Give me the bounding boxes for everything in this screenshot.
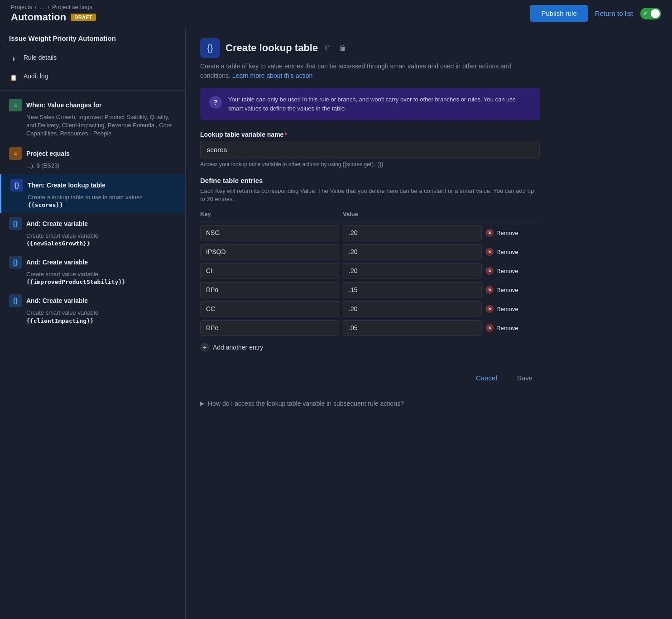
action-row: Cancel Save [200,370,540,385]
key-input-0[interactable] [200,225,339,240]
workflow-item-create-var-1[interactable]: {} And: Create variable Create smart val… [0,213,185,251]
create-var-1-body: Create smart value variable {{newSalesGr… [9,232,176,247]
create-var-2-body: Create smart value variable {{improvedPr… [9,270,176,285]
add-entry-label: Add another entry [213,344,263,351]
sidebar-item-audit-log[interactable]: 📋 Audit log [0,68,185,86]
table-row: ✕ Remove [200,244,540,259]
workflow-item-create-var-2-header: {} And: Create variable [9,256,176,269]
project-desc: ...), $ (ES23) [26,162,176,170]
delete-button[interactable]: 🗑 [337,42,348,54]
rule-details-icon: ℹ [9,54,18,63]
create-var-1-icon: {} [9,217,22,230]
toggle-switch[interactable]: ✓ [640,8,661,19]
remove-button-3[interactable]: ✕ Remove [485,286,540,294]
sidebar-item-rule-details[interactable]: ℹ Rule details [0,49,185,68]
create-var-1-code: {{newSalesGrowth}} [26,240,176,247]
toggle-knob [651,9,660,18]
key-input-5[interactable] [200,320,339,336]
project-title: Project equals [26,150,70,157]
page-title: Automation [11,11,66,23]
workflow-item-when[interactable]: ≡ When: Value changes for New Sales Grow… [0,94,185,143]
value-input-4[interactable] [343,301,482,317]
return-to-list-link[interactable]: Return to list [595,10,633,17]
chevron-right-icon: ▶ [200,400,204,407]
key-input-3[interactable] [200,282,339,298]
learn-more-link[interactable]: Learn more about this action [232,72,312,79]
create-var-1-desc: Create smart value variable [26,232,176,240]
table-row: ✕ Remove [200,263,540,278]
when-body: New Sales Growth, Improved Product Stabi… [9,113,176,138]
info-icon: ? [209,96,222,109]
content-area: {} Create lookup table ⧉ 🗑 Create a tabl… [186,27,672,619]
value-input-2[interactable] [343,263,482,278]
when-icon: ≡ [9,99,22,111]
breadcrumb-projects[interactable]: Projects [11,4,32,10]
table-row: ✕ Remove [200,282,540,298]
table-section-desc: Each Key will return its corresponding V… [200,187,540,203]
value-input-3[interactable] [343,282,482,298]
cancel-button[interactable]: Cancel [469,370,504,385]
copy-button[interactable]: ⧉ [323,42,332,54]
table-row: ✕ Remove [200,225,540,240]
variable-name-label: Lookup table variable name* [200,131,658,138]
remove-icon-1: ✕ [485,248,494,256]
workflow-item-create-var-1-header: {} And: Create variable [9,217,176,230]
remove-button-2[interactable]: ✕ Remove [485,267,540,275]
remove-button-0[interactable]: ✕ Remove [485,229,540,237]
draft-badge: DRAFT [71,14,96,21]
content-description: Create a table of key to value entries t… [200,62,517,81]
col-action-header [485,211,540,217]
faq-expandable[interactable]: ▶ How do I access the lookup table varia… [200,396,540,411]
remove-button-1[interactable]: ✕ Remove [485,248,540,256]
value-input-0[interactable] [343,225,482,240]
sidebar-divider [0,90,185,91]
variable-name-hint: Access your lookup table variable in oth… [200,161,658,168]
create-var-3-title: And: Create variable [26,297,88,304]
breadcrumb-area: Projects / … / Project settings Automati… [11,4,96,23]
create-var-2-code: {{improvedProductStability}} [26,278,176,285]
remove-icon-5: ✕ [485,324,494,332]
add-entry-icon: + [200,343,209,352]
when-desc: New Sales Growth, Improved Product Stabi… [26,113,176,138]
workflow-item-when-header: ≡ When: Value changes for [9,99,176,111]
workflow-item-project-header: ≈ Project equals [9,147,176,160]
breadcrumb-sep1: / [35,4,37,10]
remove-icon-2: ✕ [485,267,494,275]
value-input-5[interactable] [343,320,482,336]
top-bar-left: Projects / … / Project settings Automati… [11,4,96,23]
workflow-item-project[interactable]: ≈ Project equals ...), $ (ES23) [0,143,185,174]
toggle-check-icon: ✓ [643,10,648,17]
table-row: ✕ Remove [200,320,540,336]
remove-icon-3: ✕ [485,286,494,294]
col-key-header: Key [200,211,339,217]
create-var-2-title: And: Create variable [26,259,88,266]
variable-name-input[interactable] [200,141,540,158]
breadcrumb: Projects / … / Project settings [11,4,96,10]
content-title: Create lookup table [226,42,318,54]
workflow-item-create-lookup[interactable]: {} Then: Create lookup table Create a lo… [0,174,185,213]
key-input-2[interactable] [200,263,339,278]
key-input-1[interactable] [200,244,339,259]
publish-button[interactable]: Publish rule [530,5,587,22]
workflow-item-create-var-2[interactable]: {} And: Create variable Create smart val… [0,251,185,290]
workflow-item-create-var-3-header: {} And: Create variable [9,294,176,307]
remove-label-2: Remove [496,268,518,274]
save-button[interactable]: Save [510,370,540,385]
col-value-header: Value [343,211,482,217]
remove-button-4[interactable]: ✕ Remove [485,305,540,313]
main-layout: Issue Weight Priority Automation ℹ Rule … [0,27,672,619]
rule-details-label: Rule details [24,54,57,61]
top-bar: Projects / … / Project settings Automati… [0,0,672,27]
form-divider [200,363,540,363]
breadcrumb-project: … [39,4,45,10]
remove-button-5[interactable]: ✕ Remove [485,324,540,332]
table-header-row: Key Value [200,211,540,221]
key-input-4[interactable] [200,301,339,317]
value-input-1[interactable] [343,244,482,259]
rule-title: Issue Weight Priority Automation [0,34,185,49]
create-lookup-icon: {} [10,179,23,192]
add-entry-button[interactable]: + Add another entry [200,339,263,355]
workflow-item-create-lookup-header: {} Then: Create lookup table [10,179,176,192]
workflow-item-create-var-3[interactable]: {} And: Create variable Create smart val… [0,290,185,328]
create-var-1-title: And: Create variable [26,220,88,227]
